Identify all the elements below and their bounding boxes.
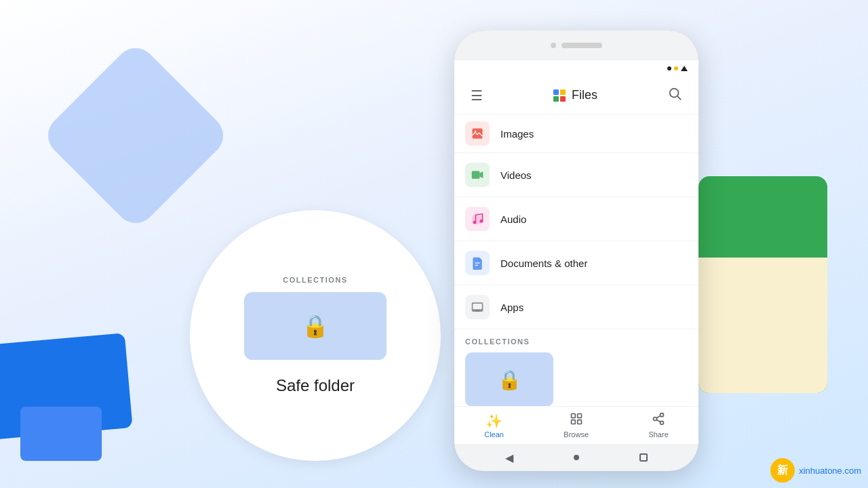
videos-label: Videos xyxy=(500,169,532,181)
svg-rect-8 xyxy=(472,171,480,179)
back-button[interactable]: ◀ xyxy=(505,451,513,464)
decorative-blue-small xyxy=(20,407,102,461)
collections-section: COLLECTIONS 🔒 Safe folder xyxy=(454,329,698,406)
apps-label: Apps xyxy=(500,302,524,313)
documents-label: Documents & other xyxy=(500,258,587,269)
svg-rect-3 xyxy=(560,96,566,102)
phone-status-bar xyxy=(454,60,698,77)
svg-rect-19 xyxy=(571,420,575,424)
browse-icon xyxy=(570,412,583,429)
menu-button[interactable]: ☰ xyxy=(465,82,488,109)
documents-icon xyxy=(471,256,484,270)
svg-line-24 xyxy=(656,420,660,422)
collections-label-outer: COLLECTIONS xyxy=(283,276,347,284)
list-item[interactable]: Videos xyxy=(454,153,698,197)
file-list: Images Videos xyxy=(454,115,698,406)
svg-point-4 xyxy=(670,88,679,97)
svg-point-10 xyxy=(473,221,476,224)
safe-folder-circle: COLLECTIONS 🔒 Safe folder xyxy=(190,210,441,461)
svg-rect-15 xyxy=(473,304,481,309)
documents-icon-wrap xyxy=(465,251,490,275)
images-icon xyxy=(471,127,484,140)
safe-folder-title-outer: Safe folder xyxy=(276,376,355,395)
search-button[interactable] xyxy=(662,81,688,110)
phone-device: ☰ Files xyxy=(454,30,698,471)
svg-rect-0 xyxy=(553,89,559,95)
svg-rect-16 xyxy=(475,310,480,312)
audio-icon xyxy=(471,212,484,226)
list-item[interactable]: Apps xyxy=(454,285,698,329)
clean-label: Clean xyxy=(484,430,504,439)
videos-icon-wrap xyxy=(465,163,490,187)
svg-point-21 xyxy=(660,413,664,417)
share-icon xyxy=(652,412,665,429)
phone-speaker xyxy=(561,43,602,48)
app-bar-title-area: Files xyxy=(488,88,662,102)
files-logo-icon xyxy=(553,89,566,102)
safe-folder-lock-icon: 🔒 xyxy=(302,313,329,339)
apps-icon-wrap xyxy=(465,295,490,319)
phone-bottom-bar: ◀ xyxy=(454,444,698,471)
watermark-logo: 新 xyxy=(770,458,795,483)
list-item[interactable]: Images xyxy=(454,115,698,153)
app-title: Files xyxy=(572,88,597,102)
phone-camera xyxy=(551,43,556,48)
safe-folder-tile-container[interactable]: 🔒 Safe folder xyxy=(465,352,553,406)
bottom-nav: ✨ Clean Browse xyxy=(454,406,698,444)
app-bar: ☰ Files xyxy=(454,77,698,115)
apps-icon xyxy=(471,300,484,314)
nav-browse[interactable]: Browse xyxy=(553,409,599,441)
safe-folder-tile[interactable]: 🔒 xyxy=(465,352,553,406)
videos-icon xyxy=(471,168,484,182)
status-icon-3 xyxy=(681,66,688,71)
collections-grid: 🔒 Safe folder xyxy=(465,352,688,406)
svg-line-5 xyxy=(677,96,681,100)
svg-point-23 xyxy=(660,421,664,424)
phone-top-bar xyxy=(454,30,698,60)
collections-title: COLLECTIONS xyxy=(465,338,688,346)
phone-screen: ☰ Files xyxy=(454,77,698,444)
svg-rect-18 xyxy=(577,414,581,418)
audio-icon-wrap xyxy=(465,207,490,231)
browse-label: Browse xyxy=(564,430,589,439)
svg-point-22 xyxy=(654,418,657,421)
svg-rect-1 xyxy=(560,89,566,95)
images-label: Images xyxy=(500,128,534,140)
svg-rect-17 xyxy=(571,414,575,418)
audio-label: Audio xyxy=(500,214,526,225)
home-button[interactable] xyxy=(574,455,579,460)
decorative-green-light xyxy=(698,258,827,393)
recents-button[interactable] xyxy=(639,453,648,462)
status-icon-1 xyxy=(667,66,671,70)
nav-clean[interactable]: ✨ Clean xyxy=(473,410,515,441)
safe-folder-tile-icon: 🔒 xyxy=(498,369,521,391)
svg-point-11 xyxy=(479,220,483,223)
watermark-site: xinhuatone.com xyxy=(799,466,861,476)
list-item[interactable]: Documents & other xyxy=(454,241,698,285)
images-icon-wrap xyxy=(465,121,490,146)
svg-line-25 xyxy=(656,415,660,418)
svg-rect-2 xyxy=(553,96,559,102)
watermark: 新 xinhuatone.com xyxy=(770,458,861,483)
share-label: Share xyxy=(648,430,668,439)
status-icon-2 xyxy=(674,66,678,70)
clean-icon: ✨ xyxy=(486,413,502,429)
list-item[interactable]: Audio xyxy=(454,197,698,241)
svg-rect-20 xyxy=(577,420,581,424)
nav-share[interactable]: Share xyxy=(637,409,679,441)
safe-folder-card-outer[interactable]: 🔒 xyxy=(244,292,387,360)
